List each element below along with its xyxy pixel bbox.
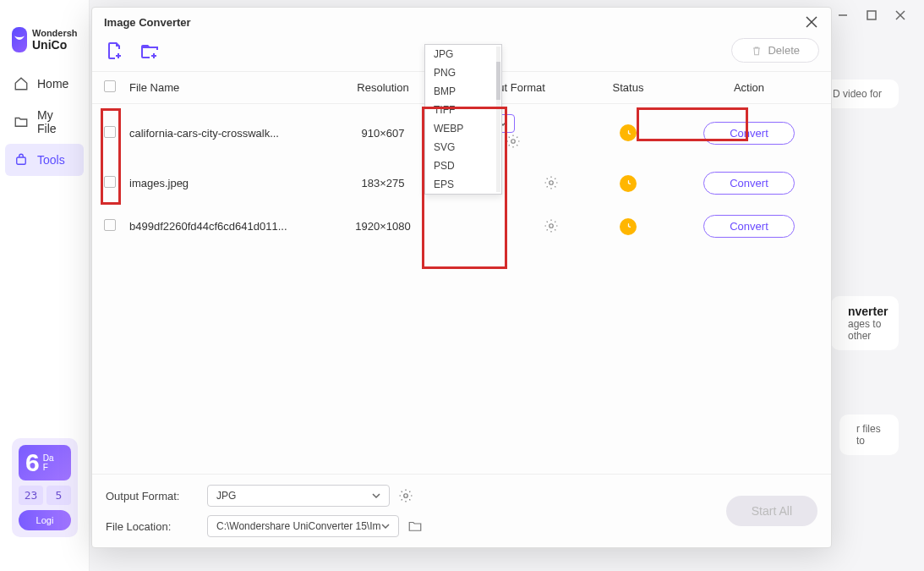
footer-settings-icon[interactable] xyxy=(398,488,413,503)
bg-card-converter: nverter ages to other xyxy=(831,296,899,350)
dropdown-option[interactable]: EPS xyxy=(425,175,501,194)
file-table: File Name Resolution Output Format Statu… xyxy=(92,72,831,474)
footer-filelocation-select[interactable]: C:\Wondershare UniConverter 15\Im xyxy=(207,515,399,537)
header-filename: File Name xyxy=(129,81,324,94)
add-file-button[interactable] xyxy=(104,40,126,62)
sidebar-item-myfiles[interactable]: My File xyxy=(0,100,89,144)
svg-point-10 xyxy=(511,140,516,144)
start-all-button[interactable]: Start All xyxy=(726,496,817,526)
convert-button[interactable]: Convert xyxy=(703,172,795,195)
promo-days-label: Da xyxy=(43,453,54,463)
dropdown-option[interactable]: BMP xyxy=(425,82,501,101)
sidebar-item-tools[interactable]: Tools xyxy=(5,144,84,176)
footer-outputformat-select[interactable]: JPG xyxy=(207,485,390,507)
modal-title: Image Converter xyxy=(104,16,191,29)
main-titlebar xyxy=(819,0,924,30)
promo-timer-1: 23 xyxy=(19,486,43,505)
sidebar: Wondersh UniCo Home My File Tools 6 DaF … xyxy=(0,0,90,571)
close-button[interactable] xyxy=(894,8,907,22)
add-folder-button[interactable] xyxy=(139,40,161,62)
login-button[interactable]: Logi xyxy=(19,510,71,530)
footer-outputformat-value: JPG xyxy=(216,490,236,502)
file-name: b499df2260fd44cf6cd641d011... xyxy=(129,220,324,233)
row-checkbox[interactable] xyxy=(104,176,116,188)
close-icon[interactable] xyxy=(804,14,819,30)
promo-sub: F xyxy=(43,463,48,472)
format-settings-icon[interactable] xyxy=(544,217,560,234)
promo-days: 6 DaF xyxy=(19,445,71,480)
maximize-button[interactable] xyxy=(865,8,878,22)
dropdown-option[interactable]: SVG xyxy=(425,138,501,156)
svg-point-13 xyxy=(404,494,408,498)
svg-rect-1 xyxy=(867,11,876,19)
file-name: images.jpeg xyxy=(129,177,324,189)
brand-sub: UniCo xyxy=(32,38,78,52)
dropdown-option[interactable]: TIFF xyxy=(425,101,501,119)
modal-footer: Output Format: JPG File Location: C:\Won… xyxy=(92,474,831,547)
logo: Wondersh UniCo xyxy=(0,27,89,68)
dropdown-option[interactable]: PSD xyxy=(425,156,501,175)
promo-timer: 23 5 xyxy=(19,486,71,505)
file-resolution: 1920×1080 xyxy=(324,220,442,233)
promo-days-number: 6 xyxy=(22,448,43,477)
row-checkbox[interactable] xyxy=(104,219,116,231)
sidebar-item-label: My File xyxy=(37,108,75,135)
dropdown-scrollbar[interactable] xyxy=(496,47,500,192)
format-settings-icon[interactable] xyxy=(506,133,522,150)
open-folder-icon[interactable] xyxy=(407,519,423,534)
status-pending-icon xyxy=(620,124,637,141)
row-checkbox[interactable] xyxy=(104,126,116,138)
footer-outputformat-label: Output Format: xyxy=(106,490,199,502)
promo-timer-2: 5 xyxy=(46,486,71,505)
format-dropdown: JPG PNG BMP TIFF WEBP SVG PSD EPS xyxy=(424,44,502,195)
delete-button[interactable]: Delete xyxy=(731,38,819,63)
select-all-checkbox[interactable] xyxy=(104,80,116,92)
format-settings-icon[interactable] xyxy=(544,174,560,191)
footer-filelocation-label: File Location: xyxy=(106,520,199,533)
footer-filelocation-value: C:\Wondershare UniConverter 15\Im xyxy=(216,520,381,532)
dropdown-option[interactable]: PNG xyxy=(425,63,501,82)
svg-point-11 xyxy=(549,180,554,184)
header-action: Action xyxy=(679,81,819,94)
minimize-button[interactable] xyxy=(836,8,850,22)
status-pending-icon xyxy=(620,175,637,192)
table-row: b499df2260fd44cf6cd641d011... 1920×1080 … xyxy=(92,205,831,248)
bg-card-files: r files to xyxy=(839,415,899,455)
convert-button[interactable]: Convert xyxy=(703,122,795,145)
svg-point-12 xyxy=(549,223,554,228)
sidebar-item-label: Home xyxy=(37,77,68,91)
sidebar-item-label: Tools xyxy=(37,153,65,167)
dropdown-option[interactable]: WEBP xyxy=(425,119,501,138)
image-converter-modal: Image Converter Delete File Name Resolut… xyxy=(91,7,832,548)
dropdown-option[interactable]: JPG xyxy=(425,45,501,63)
convert-button[interactable]: Convert xyxy=(703,215,795,238)
svg-rect-4 xyxy=(17,157,26,164)
delete-label: Delete xyxy=(768,44,800,57)
header-status: Status xyxy=(577,81,679,94)
file-name: california-cars-city-crosswalk... xyxy=(129,127,324,140)
sidebar-item-home[interactable]: Home xyxy=(0,68,89,100)
status-pending-icon xyxy=(620,218,637,235)
promo-widget: 6 DaF 23 5 Logi xyxy=(12,438,78,537)
brand-top: Wondersh xyxy=(32,28,78,38)
logo-icon xyxy=(12,27,27,52)
